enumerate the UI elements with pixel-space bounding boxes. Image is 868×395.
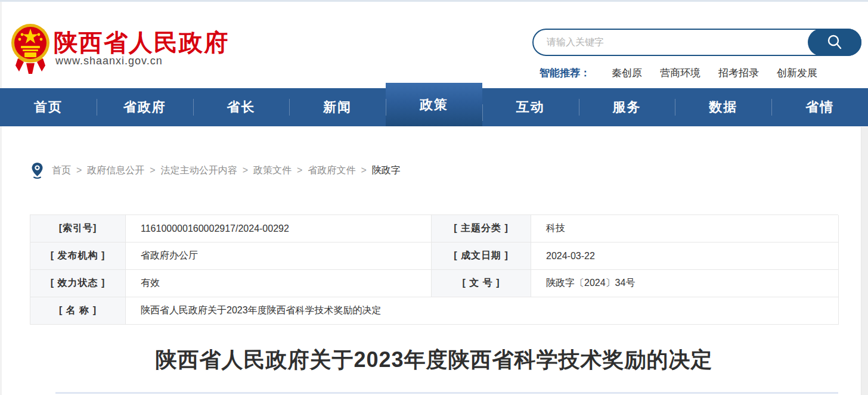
nav-item-governor[interactable]: 省长 [193,88,290,126]
recommend-link-recruitment[interactable]: 招考招录 [718,66,759,80]
doc-title-label: [ 名 称 ] [30,297,126,325]
doc-index-number-value: 116100000160002917/2024-00292 [126,215,432,242]
breadcrumb-current: 陕政字 [372,164,401,177]
site-title: 陕西省人民政府 [54,26,229,59]
recommend-label: 智能推荐： [540,66,590,80]
doc-reference-number-label: [ 文 号 ] [432,270,531,297]
recommend-link-innovation[interactable]: 创新发展 [777,66,817,80]
doc-validity-status-label: [ 效力状态 ] [30,270,126,297]
search-input[interactable] [535,31,797,54]
doc-topic-category-label: [ 主题分类 ] [432,215,531,242]
breadcrumb-separator: > [76,165,82,176]
search-button[interactable] [808,29,861,56]
breadcrumb: 首页 > 政府信息公开 > 法定主动公开内容 > 政策文件 > 省政府文件 > … [31,162,401,179]
article-title: 陕西省人民政府关于2023年度陕西省科学技术奖励的决定 [0,346,868,375]
nav-item-policy[interactable]: 政策 [386,83,482,126]
breadcrumb-separator: > [150,165,155,176]
doc-topic-category-value: 科技 [531,215,839,242]
nav-item-data[interactable]: 数据 [675,88,771,126]
breadcrumb-separator: > [243,165,248,176]
search-icon [826,33,844,51]
doc-issuing-agency-value: 省政府办公厅 [126,242,432,270]
scrollbar[interactable] [861,127,868,395]
breadcrumb-home[interactable]: 首页 [52,164,71,177]
breadcrumb-separator: > [297,165,302,176]
doc-issuing-agency-label: [ 发布机构 ] [30,242,126,270]
main-nav: 首页 省政府 省长 新闻 政策 互动 服务 数据 省情 [0,88,868,126]
page-left-edge [0,2,2,395]
breadcrumb-policy-documents[interactable]: 政策文件 [253,164,292,177]
document-info-table: [索引号] 116100000160002917/2024-00292 [ 主题… [30,214,838,325]
doc-issue-date-label: [ 成文日期 ] [432,242,531,270]
doc-index-number-label: [索引号] [30,215,126,242]
nav-item-interaction[interactable]: 互动 [482,88,579,126]
doc-reference-number-value: 陕政字〔2024〕34号 [531,270,839,297]
location-pin-icon [31,162,44,179]
national-emblem-icon [11,21,50,75]
breadcrumb-statutory-disclosure[interactable]: 法定主动公开内容 [161,164,237,177]
nav-item-services[interactable]: 服务 [579,88,675,126]
smart-recommendations: 智能推荐： 秦创原 营商环境 招考招录 创新发展 [540,66,835,80]
recommend-link-business-env[interactable]: 营商环境 [660,66,700,80]
nav-item-province-profile[interactable]: 省情 [771,88,868,126]
page-top-border [0,0,868,2]
nav-item-news[interactable]: 新闻 [289,88,386,126]
nav-item-home[interactable]: 首页 [0,88,97,126]
breadcrumb-gov-info[interactable]: 政府信息公开 [87,164,144,177]
article-divider [55,392,838,394]
doc-validity-status-value: 有效 [126,270,432,297]
nav-item-provincial-government[interactable]: 省政府 [97,88,193,126]
recommend-link-qinchuangyuan[interactable]: 秦创原 [612,66,642,80]
breadcrumb-provincial-gov-documents[interactable]: 省政府文件 [308,164,355,177]
doc-issue-date-value: 2024-03-22 [531,242,839,270]
breadcrumb-separator: > [361,165,366,176]
site-logo[interactable]: 陕西省人民政府 www.shaanxi.gov.cn [11,21,225,76]
site-url: www.shaanxi.gov.cn [55,55,163,67]
search-box [532,29,861,56]
doc-title-value: 陕西省人民政府关于2023年度陕西省科学技术奖励的决定 [126,297,839,325]
